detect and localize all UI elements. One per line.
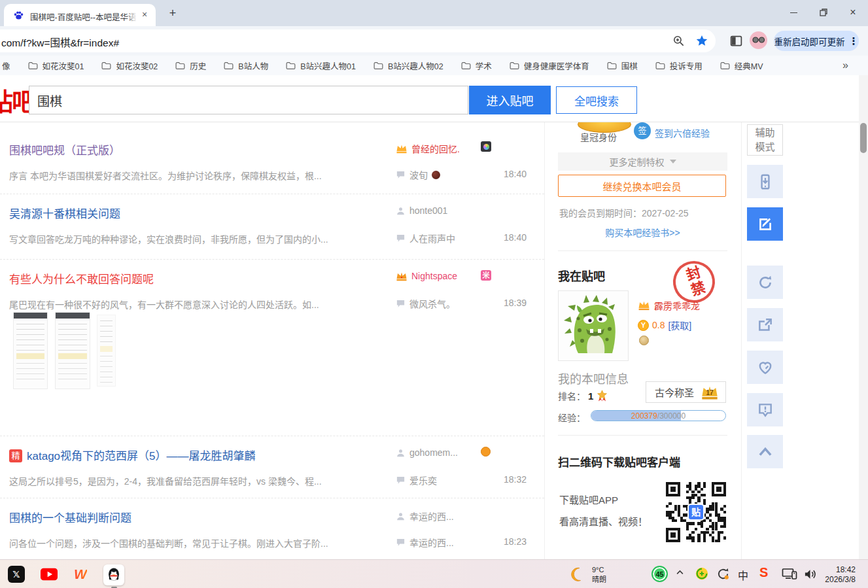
author-name[interactable]: 幸运的西...: [409, 510, 454, 523]
author-name[interactable]: 曾经的回忆.: [411, 142, 460, 155]
author-name[interactable]: Nightspace: [411, 271, 457, 281]
bookmark-item[interactable]: 健身健康医学体育: [510, 60, 589, 72]
thread-title-text[interactable]: katago视角下的范西屏（5）——屠龙胜胡肇麟: [27, 450, 256, 462]
taskbar-x-app-icon[interactable]: 𝕏: [8, 566, 25, 583]
bookmark-star-icon[interactable]: [695, 34, 708, 47]
thread-last-reply[interactable]: 爱乐奕: [396, 474, 437, 487]
bookmark-item[interactable]: 投诉专用: [655, 60, 703, 72]
window-minimize-button[interactable]: [778, 0, 808, 25]
back-to-top-button[interactable]: [747, 435, 783, 468]
chrome-update-button[interactable]: 重新启动即可更新 ⋮: [774, 31, 859, 51]
thread-title-link[interactable]: 有些人为什么不敢回答问题呢: [9, 270, 154, 286]
address-bar[interactable]: com/f?kw=围棋&fr=index#: [0, 29, 716, 52]
user-avatar[interactable]: [558, 290, 629, 361]
tray-sogou-icon[interactable]: S: [759, 565, 768, 580]
favorite-button[interactable]: [747, 351, 783, 384]
page-scrollbar[interactable]: [859, 75, 868, 559]
bookmark-item[interactable]: B站兴趣人物02: [373, 60, 443, 72]
reply-user-name[interactable]: 爱乐奕: [409, 474, 437, 487]
thread-image-thumbnail[interactable]: [97, 315, 116, 387]
thread-title-link[interactable]: 围棋吧吧规（正式版）: [9, 141, 120, 158]
taskbar-wps-icon[interactable]: W: [72, 566, 89, 583]
thread-description: 写文章回答吃龙万吨的种种谬论，实在浪费时间，非我所愿，但为了国内的小...: [9, 232, 328, 245]
tray-volume-icon[interactable]: [803, 567, 818, 584]
feedback-button[interactable]: [747, 393, 783, 426]
reply-bubble-icon: [396, 476, 406, 485]
profile-avatar[interactable]: [750, 31, 767, 49]
reply-user-name[interactable]: 人在雨声中: [409, 232, 455, 245]
bookmarks-overflow-icon[interactable]: »: [842, 60, 848, 71]
thread-title-link[interactable]: 吴清源十番棋相关问题: [9, 205, 120, 221]
weather-widget[interactable]: [570, 566, 586, 585]
thread-author[interactable]: Nightspace: [396, 271, 457, 281]
weather-text[interactable]: 9°C 晴朗: [592, 565, 606, 585]
thread-title-link[interactable]: 围棋的一个基础判断问题: [9, 509, 131, 525]
reply-user-name[interactable]: 幸运的西...: [409, 536, 454, 549]
bookmark-item[interactable]: 学术: [461, 60, 492, 72]
tray-cast-icon[interactable]: [782, 567, 797, 584]
taskbar-youtube-icon[interactable]: [41, 566, 58, 583]
thread-image-thumbnail[interactable]: [55, 312, 90, 389]
window-restore-button[interactable]: [808, 0, 839, 25]
exp-progress-bar: 200379/300000: [591, 410, 726, 421]
browser-toolbar: com/f?kw=围棋&fr=index# 重新启动即可更新 ⋮: [0, 26, 868, 56]
reply-user-name[interactable]: 微风杀气。: [409, 297, 455, 310]
url-text[interactable]: com/f?kw=围棋&fr=index#: [1, 35, 119, 49]
author-name[interactable]: gohomem...: [409, 447, 458, 458]
tray-badge-count[interactable]: 45: [651, 566, 668, 582]
enter-tieba-button[interactable]: 进入贴吧: [469, 86, 551, 114]
thread-author[interactable]: gohomem...: [396, 447, 458, 458]
clock-widget[interactable]: 18:42 2026/3/8: [822, 565, 856, 585]
app-download-button[interactable]: [747, 165, 783, 198]
thread-author[interactable]: honte001: [396, 205, 447, 216]
bookmark-item[interactable]: 如花汝斐02: [101, 60, 158, 72]
new-post-button[interactable]: [747, 207, 783, 241]
side-panel-icon[interactable]: [729, 34, 743, 48]
share-button[interactable]: [747, 308, 783, 341]
bookmark-label: 如花汝斐02: [116, 60, 158, 72]
thread-title-link[interactable]: 精katago视角下的范西屏（5）——屠龙胜胡肇麟: [9, 447, 256, 463]
bookmark-label: 学术: [476, 60, 492, 72]
renew-member-button[interactable]: 继续兑换本吧会员: [558, 175, 726, 197]
tieba-search-input[interactable]: [29, 86, 468, 114]
bookmark-item[interactable]: 像: [2, 60, 10, 72]
thread-last-reply[interactable]: 波旬: [396, 168, 440, 181]
buy-exp-link[interactable]: 购买本吧经验书>>: [605, 228, 680, 238]
assist-mode-button[interactable]: 辅助模式: [747, 124, 783, 156]
thread-author[interactable]: 幸运的西...: [396, 510, 454, 523]
browser-menu-icon[interactable]: ⋮: [849, 35, 859, 47]
author-name[interactable]: honte001: [409, 205, 447, 216]
sign-in-icon[interactable]: 签: [634, 122, 651, 139]
moon-weather-icon: [570, 566, 586, 582]
tray-chevron-icon[interactable]: [675, 568, 685, 580]
ime-indicator[interactable]: 中: [738, 567, 748, 583]
tab-close-icon[interactable]: ×: [139, 9, 150, 21]
tray-sync-icon[interactable]: [716, 566, 731, 584]
more-privileges-button[interactable]: 更多定制特权: [558, 152, 727, 171]
tray-360-icon[interactable]: [695, 566, 709, 583]
thread-author[interactable]: 曾经的回忆.: [396, 142, 460, 155]
thread-description: 序言 本吧为华语围棋爱好者交流社区。为维护讨论秩序，保障棋友权益，根...: [9, 169, 322, 182]
new-tab-button[interactable]: +: [165, 6, 181, 22]
bookmark-item[interactable]: 围棋: [607, 60, 638, 72]
window-close-button[interactable]: ×: [838, 0, 868, 25]
browser-tab[interactable]: 围棋吧-百度贴吧--本吧是华语围 ×: [4, 4, 156, 26]
thread-last-reply[interactable]: 微风杀气。: [396, 297, 455, 310]
scrollbar-thumb[interactable]: [860, 123, 867, 153]
level-badge-box[interactable]: 古今称圣 17: [646, 381, 726, 403]
bookmark-item[interactable]: 历史: [175, 60, 206, 72]
bookmark-item[interactable]: 如花汝斐01: [28, 60, 84, 72]
refresh-button[interactable]: [747, 266, 783, 299]
taskbar-qq-icon[interactable]: [103, 564, 124, 585]
reply-user-name[interactable]: 波旬: [409, 168, 428, 181]
zoom-icon[interactable]: [672, 35, 685, 47]
thread-last-reply[interactable]: 幸运的西...: [396, 536, 454, 549]
search-all-tieba-button[interactable]: 全吧搜索: [556, 86, 637, 114]
bookmark-item[interactable]: 经典MV: [720, 60, 763, 72]
tdou-get-link[interactable]: [获取]: [668, 319, 691, 332]
bookmark-item[interactable]: B站兴趣人物01: [286, 60, 356, 72]
thread-image-thumbnail[interactable]: [13, 312, 48, 389]
bookmark-item[interactable]: B站人物: [224, 60, 268, 72]
thread-last-reply[interactable]: 人在雨声中: [396, 232, 455, 245]
thread-row: 有些人为什么不敢回答问题呢 尾巴现在有一种很不好的风气，有一大群不愿意深入讨论的…: [0, 260, 544, 436]
